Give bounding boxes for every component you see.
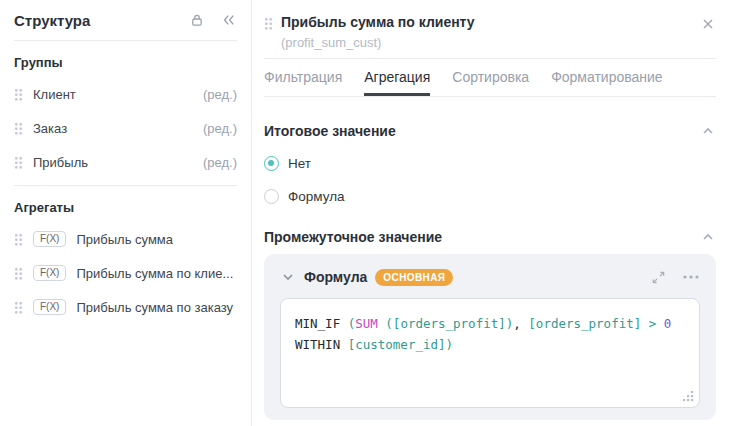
aggregate-item-label: Прибыль сумма xyxy=(76,232,237,247)
aggregate-item-label: Прибыль сумма по заказу xyxy=(76,300,237,315)
more-options-icon[interactable] xyxy=(682,269,700,285)
panel-header: Прибыль сумма по клиенту (profit_sum_cus… xyxy=(264,0,716,50)
radio-label: Формула xyxy=(288,189,345,204)
panel-subtitle: (profit_sum_cust) xyxy=(281,35,700,50)
formula-fx-badge: F(X) xyxy=(33,299,66,315)
structure-sidebar: Структура Группы xyxy=(0,0,252,426)
formula-fx-badge: F(X) xyxy=(33,265,66,281)
aggregates-heading: Агрегаты xyxy=(14,200,237,218)
groups-list: Клиент (ред.) Заказ (ред.) Прибыль (ред.… xyxy=(14,77,237,179)
tab-sorting[interactable]: Сортировка xyxy=(452,59,529,96)
expand-icon[interactable] xyxy=(651,270,666,285)
group-item-client[interactable]: Клиент (ред.) xyxy=(14,77,237,111)
drag-handle-icon[interactable] xyxy=(14,88,23,101)
drag-handle-icon[interactable] xyxy=(14,301,23,314)
formula-card-header: Формула ОСНОВНАЯ xyxy=(280,266,700,288)
aggregate-item-profit-sum[interactable]: F(X) Прибыль сумма xyxy=(14,222,237,256)
total-value-option-none[interactable]: Нет xyxy=(264,154,716,172)
formula-code-editor[interactable]: MIN_IF (SUM ([orders_profit]), [orders_p… xyxy=(280,298,700,408)
sidebar-divider xyxy=(14,185,237,186)
radio-unselected-icon[interactable] xyxy=(264,189,279,204)
formula-fx-badge: F(X) xyxy=(33,231,66,247)
resize-grip-icon[interactable] xyxy=(683,391,694,402)
sidebar-header: Структура xyxy=(14,0,237,40)
lock-icon[interactable] xyxy=(189,12,205,28)
tab-filtering[interactable]: Фильтрация xyxy=(264,59,342,96)
field-settings-panel: Прибыль сумма по клиенту (profit_sum_cus… xyxy=(252,0,730,426)
chevron-down-icon[interactable] xyxy=(280,269,296,285)
collapse-double-chevron-icon[interactable] xyxy=(221,12,237,28)
primary-badge: ОСНОВНАЯ xyxy=(375,269,453,286)
radio-selected-icon[interactable] xyxy=(264,156,279,171)
aggregate-item-profit-sum-order[interactable]: F(X) Прибыль сумма по заказу xyxy=(14,290,237,324)
drag-handle-icon[interactable] xyxy=(14,233,23,246)
aggregate-item-profit-sum-cust[interactable]: F(X) Прибыль сумма по клие... xyxy=(14,256,237,290)
group-item-profit[interactable]: Прибыль (ред.) xyxy=(14,145,237,179)
group-item-order[interactable]: Заказ (ред.) xyxy=(14,111,237,145)
drag-handle-icon[interactable] xyxy=(14,267,23,280)
aggregate-item-label: Прибыль сумма по клие... xyxy=(76,266,237,281)
group-item-label: Заказ xyxy=(33,121,193,136)
total-value-section-header: Итоговое значение xyxy=(264,123,716,139)
formula-code: MIN_IF (SUM ([orders_profit]), [orders_p… xyxy=(295,313,685,355)
edit-link[interactable]: (ред.) xyxy=(203,87,237,102)
chevron-up-icon[interactable] xyxy=(700,123,716,139)
chevron-up-icon[interactable] xyxy=(700,229,716,245)
intermediate-value-section-header: Промежуточное значение xyxy=(264,229,716,245)
sidebar-divider xyxy=(14,40,237,41)
sidebar-title: Структура xyxy=(14,12,90,29)
drag-handle-icon[interactable] xyxy=(14,156,23,169)
tab-aggregation[interactable]: Агрегация xyxy=(364,59,430,96)
settings-tabs: Фильтрация Агрегация Сортировка Форматир… xyxy=(264,59,716,97)
drag-handle-icon[interactable] xyxy=(14,122,23,135)
drag-handle-icon[interactable] xyxy=(264,17,273,30)
edit-link[interactable]: (ред.) xyxy=(203,155,237,170)
intermediate-value-heading: Промежуточное значение xyxy=(264,229,442,245)
group-item-label: Прибыль xyxy=(33,155,193,170)
aggregates-list: F(X) Прибыль сумма F(X) Прибыль сумма по… xyxy=(14,222,237,324)
groups-heading: Группы xyxy=(14,55,237,73)
total-value-option-formula[interactable]: Формула xyxy=(264,187,716,205)
group-item-label: Клиент xyxy=(33,87,193,102)
tab-formatting[interactable]: Форматирование xyxy=(551,59,663,96)
edit-link[interactable]: (ред.) xyxy=(203,121,237,136)
app-window: Структура Группы xyxy=(0,0,730,426)
radio-label: Нет xyxy=(288,156,311,171)
formula-card: Формула ОСНОВНАЯ xyxy=(264,254,716,420)
panel-title: Прибыль сумма по клиенту xyxy=(281,14,700,30)
close-icon[interactable] xyxy=(700,16,716,32)
total-value-heading: Итоговое значение xyxy=(264,123,396,139)
formula-block-title: Формула xyxy=(304,269,367,285)
